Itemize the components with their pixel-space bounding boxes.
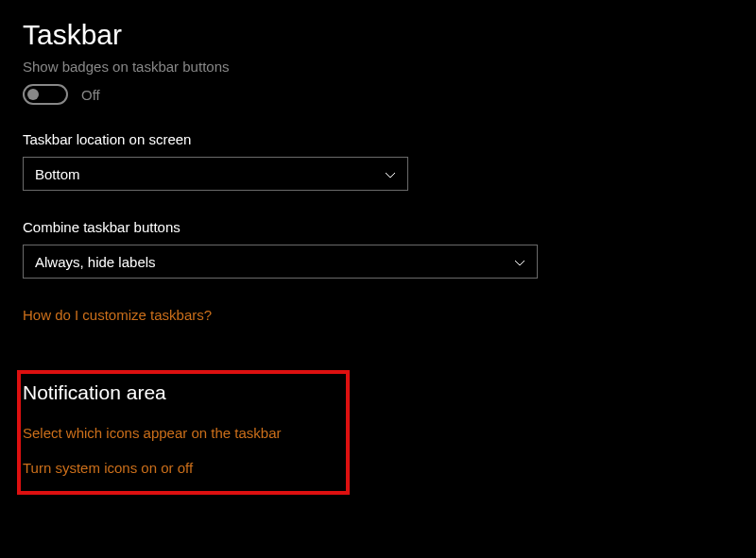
badges-toggle-state: Off [81, 87, 100, 103]
page-title: Taskbar [23, 19, 733, 51]
badges-toggle-row: Off [23, 84, 733, 105]
customize-link[interactable]: How do I customize taskbars? [23, 307, 733, 323]
location-select-value: Bottom [35, 166, 80, 182]
badges-label: Show badges on taskbar buttons [23, 59, 733, 75]
combine-select[interactable]: Always, hide labels [23, 245, 538, 279]
location-label: Taskbar location on screen [23, 131, 733, 147]
chevron-down-icon [385, 168, 396, 179]
location-select[interactable]: Bottom [23, 157, 408, 191]
select-icons-link[interactable]: Select which icons appear on the taskbar [23, 425, 344, 441]
combine-label: Combine taskbar buttons [23, 219, 733, 235]
notification-area-section: Notification area Select which icons app… [17, 370, 350, 495]
combine-select-value: Always, hide labels [35, 254, 156, 270]
toggle-knob [27, 89, 39, 100]
chevron-down-icon [514, 256, 525, 267]
system-icons-link[interactable]: Turn system icons on or off [23, 460, 344, 476]
badges-toggle[interactable] [23, 84, 68, 105]
notification-heading: Notification area [23, 381, 344, 404]
